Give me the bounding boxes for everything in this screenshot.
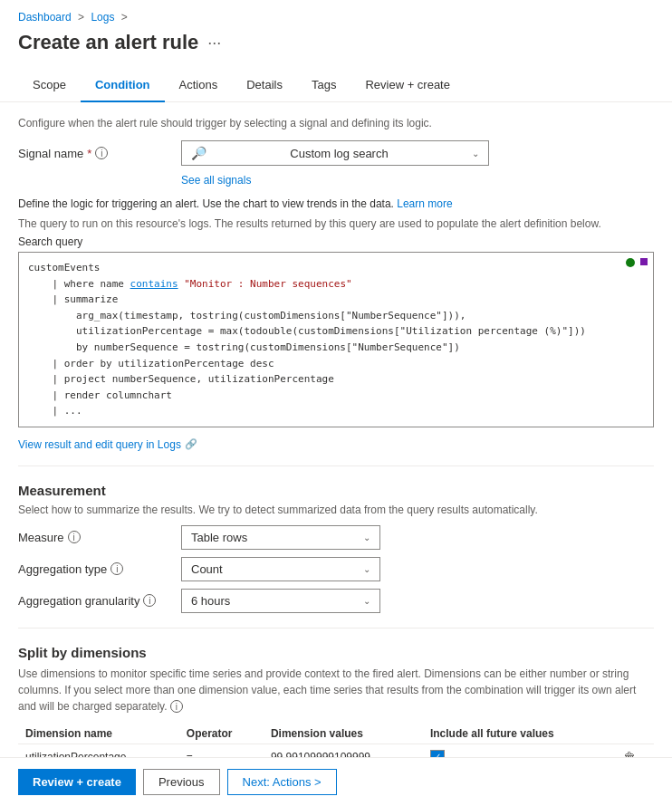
code-line-3: | summarize bbox=[28, 292, 644, 308]
agg-gran-dropdown[interactable]: 6 hours ⌄ bbox=[181, 589, 380, 613]
agg-gran-row: Aggregation granularity i 6 hours ⌄ bbox=[18, 589, 654, 613]
agg-type-label: Aggregation type i bbox=[18, 562, 181, 576]
learn-more-link[interactable]: Learn more bbox=[397, 197, 452, 210]
tab-review-create[interactable]: Review + create bbox=[350, 69, 465, 102]
signal-name-info-icon[interactable]: i bbox=[95, 147, 108, 159]
page-header: Create an alert rule ··· bbox=[0, 27, 672, 69]
signal-required-star: * bbox=[87, 147, 91, 160]
status-green-dot bbox=[626, 258, 635, 267]
measurement-desc: Select how to summarize the results. We … bbox=[18, 504, 654, 516]
code-line-6: by numberSequence = tostring(customDimen… bbox=[28, 340, 644, 356]
measure-row: Measure i Table rows ⌄ bbox=[18, 525, 654, 550]
page-title: Create an alert rule bbox=[18, 31, 198, 54]
measure-label: Measure i bbox=[18, 531, 181, 544]
tab-tags[interactable]: Tags bbox=[297, 69, 350, 102]
split-desc: Use dimensions to monitor specific time … bbox=[18, 666, 654, 715]
measure-dropdown[interactable]: Table rows ⌄ bbox=[181, 525, 380, 550]
tab-details[interactable]: Details bbox=[232, 69, 297, 102]
status-purple-dot bbox=[640, 258, 648, 265]
code-line-7: | order by utilizationPercentage desc bbox=[28, 356, 644, 372]
external-link-icon: 🔗 bbox=[185, 438, 197, 450]
code-line-9: | render columnchart bbox=[28, 388, 644, 404]
code-line-5: utilizationPercentage = max(todouble(cus… bbox=[28, 323, 644, 340]
main-content: Configure when the alert rule should tri… bbox=[0, 102, 672, 806]
search-query-editor[interactable]: customEvents | where name contains "Moni… bbox=[18, 252, 654, 427]
breadcrumb-dashboard[interactable]: Dashboard bbox=[18, 11, 72, 24]
logic-desc: Define the logic for triggering an alert… bbox=[18, 197, 654, 210]
see-all-signals-link[interactable]: See all signals bbox=[181, 174, 251, 187]
agg-gran-info-icon[interactable]: i bbox=[143, 594, 156, 607]
signal-type-icon: 🔎 bbox=[191, 146, 206, 160]
measure-dropdown-arrow: ⌄ bbox=[363, 533, 370, 542]
tab-actions[interactable]: Actions bbox=[165, 69, 233, 102]
code-line-1: customEvents bbox=[28, 260, 644, 276]
more-options-icon[interactable]: ··· bbox=[207, 34, 221, 53]
tab-condition[interactable]: Condition bbox=[81, 69, 165, 102]
review-create-button[interactable]: Review + create bbox=[18, 769, 136, 795]
condition-desc: Configure when the alert rule should tri… bbox=[18, 117, 654, 130]
signal-dropdown-arrow: ⌄ bbox=[472, 149, 479, 158]
split-info-icon[interactable]: i bbox=[170, 700, 183, 713]
agg-type-dropdown[interactable]: Count ⌄ bbox=[181, 557, 380, 581]
code-line-4: arg_max(timestamp, tostring(customDimens… bbox=[28, 308, 644, 324]
measurement-title: Measurement bbox=[18, 483, 654, 498]
search-query-label: Search query bbox=[18, 235, 654, 248]
agg-type-row: Aggregation type i Count ⌄ bbox=[18, 557, 654, 581]
code-line-10: | ... bbox=[28, 403, 644, 419]
agg-type-info-icon[interactable]: i bbox=[110, 562, 123, 575]
split-col-dim-name: Dimension name bbox=[18, 724, 179, 744]
tabs-bar: Scope Condition Actions Details Tags Rev… bbox=[0, 69, 672, 102]
signal-name-row: Signal name * i 🔎 Custom log search ⌄ bbox=[18, 140, 654, 166]
agg-type-dropdown-arrow: ⌄ bbox=[363, 564, 370, 574]
breadcrumb-logs[interactable]: Logs bbox=[91, 11, 114, 24]
breadcrumb-sep1: > bbox=[78, 11, 84, 24]
breadcrumb: Dashboard > Logs > bbox=[0, 0, 672, 27]
agg-gran-dropdown-arrow: ⌄ bbox=[363, 596, 370, 606]
split-title: Split by dimensions bbox=[18, 645, 654, 660]
footer-bar: Review + create Previous Next: Actions > bbox=[0, 757, 672, 806]
breadcrumb-sep2: > bbox=[121, 11, 128, 24]
split-col-dim-values: Dimension values bbox=[264, 724, 423, 744]
code-line-2: | where name contains "Monitor : Number … bbox=[28, 276, 644, 293]
tab-scope[interactable]: Scope bbox=[18, 69, 81, 102]
split-col-include-all: Include all future values bbox=[423, 724, 616, 744]
split-col-operator: Operator bbox=[179, 724, 264, 744]
signal-name-label: Signal name * i bbox=[18, 147, 181, 160]
measure-info-icon[interactable]: i bbox=[68, 531, 81, 543]
next-button[interactable]: Next: Actions > bbox=[227, 769, 337, 795]
agg-gran-label: Aggregation granularity i bbox=[18, 594, 181, 608]
code-line-8: | project numberSequence, utilizationPer… bbox=[28, 371, 644, 388]
query-desc: The query to run on this resource's logs… bbox=[18, 217, 654, 230]
view-result-link[interactable]: View result and edit query in Logs 🔗 bbox=[18, 438, 197, 451]
previous-button[interactable]: Previous bbox=[143, 769, 220, 795]
signal-name-dropdown[interactable]: 🔎 Custom log search ⌄ bbox=[181, 140, 489, 166]
